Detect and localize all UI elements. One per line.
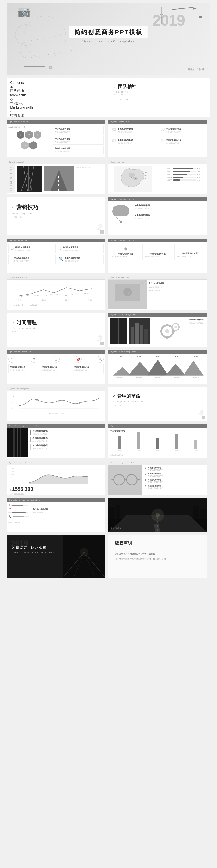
- area-chart: [15, 467, 102, 485]
- peak-label-1: 文字描述: [117, 376, 123, 378]
- y-label-3: 1000: [10, 474, 13, 475]
- mgmt-title: 管理的革命: [117, 393, 141, 399]
- v-bar-label-3: 类目: [156, 450, 159, 452]
- hex-5: ⬡: [29, 141, 37, 150]
- v-bar-group-5: 类目: [187, 439, 205, 452]
- timeline-dot-4: [145, 485, 146, 487]
- peak-label-3: 文字描述: [155, 376, 161, 378]
- icon-card-4-title: 单击此处编辑标题: [65, 257, 80, 259]
- bar-row-2: 类目二 72%: [161, 170, 204, 173]
- card-c-title: 单击此处编辑标题: [55, 147, 102, 150]
- three-col-icon-2: ◇: [144, 246, 172, 251]
- three-col-text-3: 单击此处添加正文文字: [176, 255, 204, 258]
- slide-wavy: Dynamic time management 0 50 100 单击此处添: [7, 387, 105, 421]
- china-map-area: 01 02 03: [108, 164, 158, 194]
- copyright-detail: 演示文稿中的图片及字体仅供学习使用，禁止商业使用！: [115, 557, 201, 561]
- compact-header-light-1: Dynamic team spirit: [7, 160, 105, 164]
- mgmt-section-1: 单击此处编辑标题 单击此处添加正文文字: [30, 430, 103, 435]
- vertical-bars: 类目 类目 类目 类目 类目: [110, 433, 205, 452]
- tl-text-1: 单击此处添加正文文字: [148, 469, 163, 471]
- gear-svg: [157, 321, 182, 342]
- bar-track-5: [173, 180, 196, 181]
- legend-item-1: 此处添加文字: [10, 304, 23, 306]
- slider-3: ✉: [8, 512, 29, 514]
- compact-header-glasses: Dynamic management revolution: [108, 461, 207, 465]
- header-text-team1: Dynamic team spirit: [9, 121, 28, 123]
- mgmt-section-3: 单击此处编辑标题 单击此处添加正文文字: [30, 444, 103, 450]
- mktg-card-a: 单击此处编辑标题 单击此处添加正文文字: [133, 203, 205, 212]
- num-label-03: 03: [161, 128, 165, 131]
- svg-rect-49: [175, 323, 176, 324]
- process-card-2-text: 单击此处添加正文文字: [42, 369, 70, 371]
- process-card-3-text: 单击此处添加正文文字: [74, 369, 102, 371]
- time-title-content: ✓ 时间管理 time management PART 03: [7, 313, 105, 336]
- mktg-card-b: 单击此处编辑标题 单击此处添加正文文字: [133, 213, 205, 221]
- legend-label-1: 此处添加文字: [14, 304, 23, 306]
- time-en-title: time management: [12, 327, 100, 330]
- slide-row-7: Dynamic time management ✈ ⚙ 📋 🎯 🔍 单击此处编辑…: [7, 350, 210, 384]
- slide-row-8: Dynamic time management 0 50 100 单击此处添: [7, 387, 210, 421]
- timeline-item-3: 单击此处编辑标题 单击此处添加正文文字: [145, 479, 205, 483]
- glasses-svg: [108, 465, 143, 495]
- slide-team-spirit-main: Dynamic team spirit TEAM SPIRIT: [7, 160, 105, 194]
- timeline-content-4: 单击此处编辑标题 单击此处添加正文文字: [148, 485, 163, 489]
- icon-card-4-text: 单击此处添加正文文字: [65, 260, 80, 262]
- photo-svg: [108, 280, 147, 309]
- slider-fill-1: [11, 505, 23, 506]
- peak-label-2: 文字描述: [136, 376, 142, 378]
- v-bar-label-1: 类目: [119, 450, 121, 452]
- contents-title: Contents: [10, 81, 104, 85]
- slide-header-marketing3: Dynamic Marketing skills: [108, 239, 207, 242]
- svg-rect-43: [166, 323, 168, 326]
- peaks-content: 70% 50% 90% 50% 90% 文字描述 文字描述 文字描述: [108, 354, 207, 380]
- process-line-3: [60, 359, 74, 359]
- gears-text-card: 单击此处编辑标题 单击此处添加正文文字: [188, 318, 205, 344]
- svg-point-12: [131, 177, 132, 178]
- slide-process-flow: Dynamic time management ✈ ⚙ 📋 🎯 🔍 单击此处编辑…: [7, 350, 105, 384]
- num-card-01b-content: 单击此处编辑标题 单击此处添加正文文字: [118, 139, 133, 145]
- line-chart-legend: 此处添加文字 此处添加文字: [8, 303, 104, 307]
- cover-sub-title: Dynamic fashion PPT templates: [69, 40, 148, 43]
- header-text-marketing1: Dynamic Marketing skills: [111, 198, 134, 200]
- svg-text:0: 0: [12, 408, 12, 409]
- slide-team-1-left: Dynamic team spirit 单击此处添加正文文字 ⬡ ⬡ ⬡ ⬡ ⬡…: [7, 120, 105, 157]
- svg-text:100: 100: [12, 396, 14, 397]
- bar-label-1: 类目一: [161, 167, 172, 169]
- slide-line-chart: Dynamic Marketing skills 项目一 项目二 项目三 项目四: [7, 276, 105, 310]
- num-2: 02: [120, 98, 121, 100]
- parachute-svg: [112, 203, 129, 228]
- marketing-title-row: ✓ 营销技巧: [12, 204, 100, 211]
- num-card-01-title: 单击此处编辑标题: [118, 128, 133, 130]
- mgmt-section-2: 单击此处编辑标题 单击此处添加正文文字: [30, 437, 103, 442]
- compact-header-line-text: Dynamic Marketing skills: [9, 277, 28, 278]
- tl-text-4: 单击此处添加正文文字: [148, 487, 163, 489]
- icon-card-1-title: 单击此处编辑标题: [15, 246, 30, 249]
- v-bar-group-1: 类目: [111, 436, 128, 452]
- slider-text-body: 单击此处添加正文文字: [33, 512, 104, 514]
- compact-header-line: Dynamic Marketing skills: [7, 276, 105, 280]
- check-icon-1: ✓: [114, 85, 116, 88]
- three-col-title-1: 单击此处编辑标题: [112, 252, 139, 255]
- time-deco-square: [100, 342, 104, 345]
- section1-title: 团队精神: [118, 84, 136, 90]
- v-bar-label-5: 类目: [194, 450, 197, 452]
- mgmt-title-row: ✓ 管理的革命: [113, 393, 203, 399]
- icon-card-3-title: 单击此处编辑标题: [14, 257, 29, 259]
- content-item-icon-2: ◇: [10, 97, 13, 101]
- hex-4: ⬡: [21, 141, 29, 150]
- svg-rect-40: [144, 329, 148, 344]
- bar-fill-3: [173, 174, 187, 175]
- slide-copyright: 版权声明 该作品版权归其他所品分析，请勿二次销售！ 演示文稿中的图片及字体仅供学…: [108, 535, 207, 578]
- photo-text-url: www.freeppt.com: [149, 289, 205, 291]
- header-text-time1: Dynamic time management: [111, 314, 136, 315]
- slide-mgmt-bars: Dynamic management revolution 单击此处编辑标题 类…: [108, 424, 207, 458]
- three-col-text-2: 单击此处添加正文文字: [144, 256, 172, 258]
- wavy-chart-svg: 0 50 100: [8, 393, 104, 411]
- compact-header-currency: Dynamic management revolution: [7, 461, 105, 465]
- slider-group: ✈ 📍 ✉: [8, 504, 29, 518]
- slider-1: ✈: [8, 504, 29, 507]
- v-bar-4: [175, 434, 178, 449]
- slide-closing-dark: 2019 演讲结束，谢谢观看！ Dynamic fashion PPT temp…: [7, 535, 105, 578]
- marketing-title-content: ✓ 营销技巧 Marketing skills PART 02: [7, 197, 105, 222]
- timeline-content-3: 单击此处编辑标题 单击此处添加正文文字: [148, 479, 163, 483]
